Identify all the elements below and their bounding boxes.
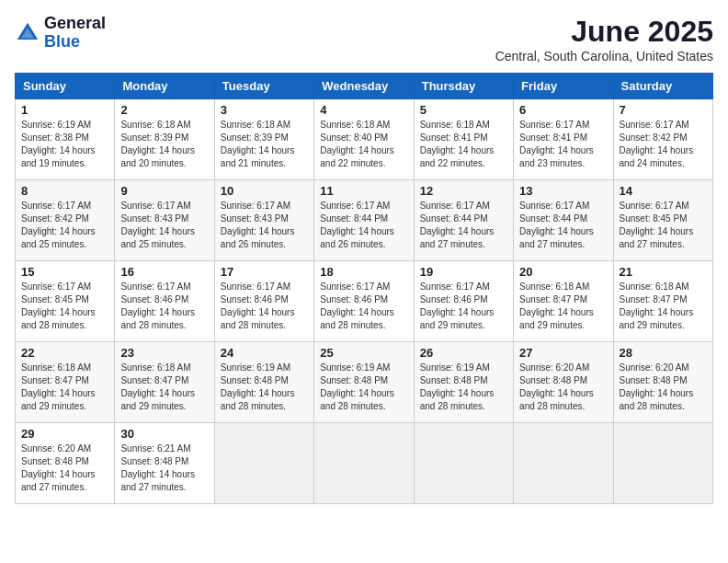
cell-week3-day5: 20 Sunrise: 6:18 AM Sunset: 8:47 PM Dayl… [514, 261, 613, 342]
cell-week2-day6: 14 Sunrise: 6:17 AM Sunset: 8:45 PM Dayl… [613, 180, 712, 261]
cell-week1-day2: 3 Sunrise: 6:18 AM Sunset: 8:39 PM Dayli… [214, 99, 313, 180]
day-number: 3 [221, 103, 308, 117]
day-number: 14 [620, 184, 707, 198]
day-info: Sunrise: 6:19 AM Sunset: 8:48 PM Dayligh… [420, 362, 507, 413]
day-info: Sunrise: 6:19 AM Sunset: 8:48 PM Dayligh… [320, 362, 407, 413]
day-number: 9 [120, 184, 208, 198]
logo-blue: Blue [44, 33, 106, 52]
day-number: 30 [120, 427, 208, 441]
title-block: June 2025 Central, South Carolina, Unite… [495, 15, 713, 63]
day-info: Sunrise: 6:18 AM Sunset: 8:39 PM Dayligh… [120, 119, 208, 170]
day-info: Sunrise: 6:17 AM Sunset: 8:45 PM Dayligh… [21, 281, 108, 332]
cell-week1-day5: 6 Sunrise: 6:17 AM Sunset: 8:41 PM Dayli… [514, 99, 613, 180]
day-number: 17 [221, 265, 308, 279]
cell-week2-day5: 13 Sunrise: 6:17 AM Sunset: 8:44 PM Dayl… [514, 180, 613, 261]
day-number: 28 [620, 346, 707, 360]
main-title: June 2025 [495, 15, 713, 49]
day-info: Sunrise: 6:17 AM Sunset: 8:44 PM Dayligh… [320, 200, 407, 251]
day-info: Sunrise: 6:17 AM Sunset: 8:44 PM Dayligh… [519, 200, 607, 251]
day-number: 24 [221, 346, 308, 360]
cell-week4-day2: 24 Sunrise: 6:19 AM Sunset: 8:48 PM Dayl… [214, 342, 313, 423]
cell-week1-day0: 1 Sunrise: 6:19 AM Sunset: 8:38 PM Dayli… [16, 99, 115, 180]
page-header: General Blue June 2025 Central, South Ca… [15, 15, 713, 63]
col-tuesday: Tuesday [214, 74, 313, 99]
cell-week4-day5: 27 Sunrise: 6:20 AM Sunset: 8:48 PM Dayl… [514, 342, 613, 423]
day-info: Sunrise: 6:17 AM Sunset: 8:42 PM Dayligh… [620, 119, 707, 170]
day-number: 10 [221, 184, 308, 198]
day-number: 1 [21, 103, 108, 117]
day-info: Sunrise: 6:17 AM Sunset: 8:41 PM Dayligh… [519, 119, 607, 170]
day-info: Sunrise: 6:17 AM Sunset: 8:46 PM Dayligh… [320, 281, 407, 332]
day-info: Sunrise: 6:18 AM Sunset: 8:47 PM Dayligh… [519, 281, 607, 332]
day-number: 15 [21, 265, 108, 279]
day-info: Sunrise: 6:18 AM Sunset: 8:47 PM Dayligh… [620, 281, 707, 332]
day-number: 16 [120, 265, 208, 279]
cell-week3-day3: 18 Sunrise: 6:17 AM Sunset: 8:46 PM Dayl… [314, 261, 414, 342]
week-row-1: 1 Sunrise: 6:19 AM Sunset: 8:38 PM Dayli… [16, 99, 713, 180]
day-info: Sunrise: 6:17 AM Sunset: 8:46 PM Dayligh… [420, 281, 507, 332]
day-info: Sunrise: 6:17 AM Sunset: 8:46 PM Dayligh… [120, 281, 208, 332]
cell-week1-day1: 2 Sunrise: 6:18 AM Sunset: 8:39 PM Dayli… [115, 99, 214, 180]
col-sunday: Sunday [16, 74, 115, 99]
cell-week3-day1: 16 Sunrise: 6:17 AM Sunset: 8:46 PM Dayl… [115, 261, 214, 342]
cell-week2-day4: 12 Sunrise: 6:17 AM Sunset: 8:44 PM Dayl… [414, 180, 513, 261]
day-info: Sunrise: 6:17 AM Sunset: 8:43 PM Dayligh… [120, 200, 208, 251]
day-number: 29 [21, 427, 108, 441]
logo-general: General [44, 15, 106, 33]
calendar-table: Sunday Monday Tuesday Wednesday Thursday… [15, 73, 713, 504]
day-info: Sunrise: 6:17 AM Sunset: 8:46 PM Dayligh… [221, 281, 308, 332]
col-friday: Friday [514, 74, 613, 99]
subtitle: Central, South Carolina, United States [495, 49, 713, 63]
day-info: Sunrise: 6:20 AM Sunset: 8:48 PM Dayligh… [620, 362, 707, 413]
cell-week5-day6 [613, 423, 712, 504]
day-number: 19 [420, 265, 507, 279]
day-number: 11 [320, 184, 407, 198]
day-number: 25 [320, 346, 407, 360]
cell-week4-day1: 23 Sunrise: 6:18 AM Sunset: 8:47 PM Dayl… [115, 342, 214, 423]
cell-week2-day3: 11 Sunrise: 6:17 AM Sunset: 8:44 PM Dayl… [314, 180, 414, 261]
cell-week4-day0: 22 Sunrise: 6:18 AM Sunset: 8:47 PM Dayl… [16, 342, 115, 423]
cell-week3-day4: 19 Sunrise: 6:17 AM Sunset: 8:46 PM Dayl… [414, 261, 513, 342]
col-thursday: Thursday [414, 74, 513, 99]
day-info: Sunrise: 6:18 AM Sunset: 8:40 PM Dayligh… [320, 119, 407, 170]
day-info: Sunrise: 6:17 AM Sunset: 8:43 PM Dayligh… [221, 200, 308, 251]
day-info: Sunrise: 6:19 AM Sunset: 8:48 PM Dayligh… [221, 362, 308, 413]
cell-week2-day2: 10 Sunrise: 6:17 AM Sunset: 8:43 PM Dayl… [214, 180, 313, 261]
day-info: Sunrise: 6:21 AM Sunset: 8:48 PM Dayligh… [120, 442, 208, 494]
week-row-2: 8 Sunrise: 6:17 AM Sunset: 8:42 PM Dayli… [16, 180, 713, 261]
day-number: 5 [420, 103, 507, 117]
cell-week1-day4: 5 Sunrise: 6:18 AM Sunset: 8:41 PM Dayli… [414, 99, 513, 180]
cell-week1-day3: 4 Sunrise: 6:18 AM Sunset: 8:40 PM Dayli… [314, 99, 414, 180]
calendar-header-row: Sunday Monday Tuesday Wednesday Thursday… [16, 74, 713, 99]
cell-week3-day6: 21 Sunrise: 6:18 AM Sunset: 8:47 PM Dayl… [613, 261, 712, 342]
col-monday: Monday [115, 74, 214, 99]
cell-week5-day1: 30 Sunrise: 6:21 AM Sunset: 8:48 PM Dayl… [115, 423, 214, 504]
logo-icon [15, 20, 40, 46]
col-wednesday: Wednesday [314, 74, 414, 99]
cell-week3-day0: 15 Sunrise: 6:17 AM Sunset: 8:45 PM Dayl… [16, 261, 115, 342]
day-info: Sunrise: 6:18 AM Sunset: 8:39 PM Dayligh… [221, 119, 308, 170]
cell-week5-day5 [514, 423, 613, 504]
day-number: 20 [519, 265, 607, 279]
day-info: Sunrise: 6:18 AM Sunset: 8:47 PM Dayligh… [120, 362, 208, 413]
week-row-5: 29 Sunrise: 6:20 AM Sunset: 8:48 PM Dayl… [16, 423, 713, 504]
cell-week4-day4: 26 Sunrise: 6:19 AM Sunset: 8:48 PM Dayl… [414, 342, 513, 423]
cell-week5-day0: 29 Sunrise: 6:20 AM Sunset: 8:48 PM Dayl… [16, 423, 115, 504]
cell-week4-day3: 25 Sunrise: 6:19 AM Sunset: 8:48 PM Dayl… [314, 342, 414, 423]
day-number: 7 [620, 103, 707, 117]
cell-week4-day6: 28 Sunrise: 6:20 AM Sunset: 8:48 PM Dayl… [613, 342, 712, 423]
day-number: 2 [120, 103, 208, 117]
day-number: 27 [519, 346, 607, 360]
col-saturday: Saturday [613, 74, 712, 99]
day-info: Sunrise: 6:17 AM Sunset: 8:44 PM Dayligh… [420, 200, 507, 251]
cell-week5-day4 [414, 423, 513, 504]
cell-week2-day1: 9 Sunrise: 6:17 AM Sunset: 8:43 PM Dayli… [115, 180, 214, 261]
day-info: Sunrise: 6:17 AM Sunset: 8:45 PM Dayligh… [620, 200, 707, 251]
day-number: 8 [21, 184, 108, 198]
day-number: 21 [620, 265, 707, 279]
day-info: Sunrise: 6:20 AM Sunset: 8:48 PM Dayligh… [519, 362, 607, 413]
day-info: Sunrise: 6:20 AM Sunset: 8:48 PM Dayligh… [21, 442, 108, 494]
logo: General Blue [15, 15, 106, 52]
day-number: 4 [320, 103, 407, 117]
cell-week3-day2: 17 Sunrise: 6:17 AM Sunset: 8:46 PM Dayl… [214, 261, 313, 342]
